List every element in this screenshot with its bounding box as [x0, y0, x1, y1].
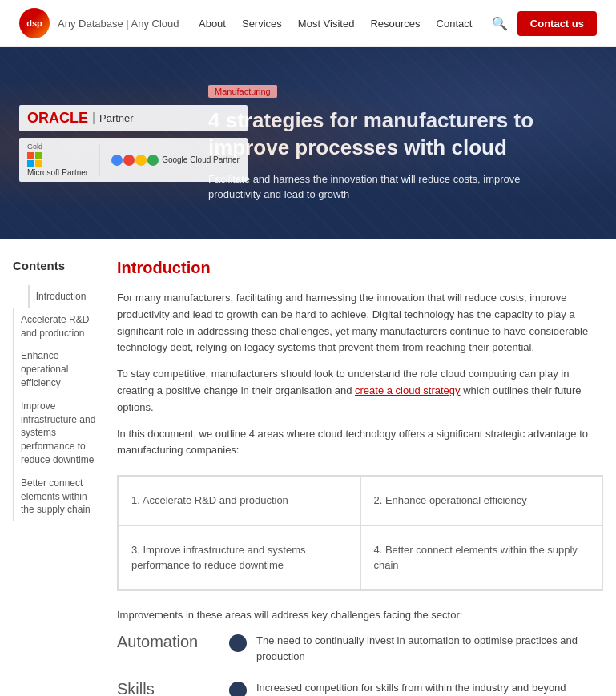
- logo-abbr: dsp: [26, 18, 42, 28]
- challenge-dot-skills: [229, 682, 247, 696]
- contact-button[interactable]: Contact us: [517, 11, 597, 36]
- ms-partner-label: Microsoft Partner: [27, 168, 88, 177]
- section-title: Introduction: [117, 259, 603, 277]
- challenge-label-skills: Skills: [117, 680, 229, 696]
- strategy-grid: 1. Accelerate R&D and production 2. Enha…: [117, 475, 603, 591]
- logo-icon: dsp: [19, 8, 50, 38]
- hero-subtitle: Facilitate and harness the innovation th…: [208, 171, 561, 203]
- sidebar-nav: Introduction Accelerate R&D and producti…: [13, 285, 101, 521]
- sidebar: Contents Introduction Accelerate R&D and…: [13, 259, 101, 696]
- sidebar-item-accelerate[interactable]: Accelerate R&D and production: [13, 308, 101, 345]
- main-content: Contents Introduction Accelerate R&D and…: [0, 239, 616, 696]
- nav-services[interactable]: Services: [242, 18, 282, 30]
- challenge-text-automation: The need to continually invest in automa…: [256, 633, 603, 664]
- strategy-card-2[interactable]: 2. Enhance operational efficiency: [360, 476, 603, 525]
- article: Introduction For many manufacturers, fac…: [117, 259, 603, 696]
- strategy-card-4[interactable]: 4. Better connect elements within the su…: [360, 525, 603, 590]
- sidebar-title: Contents: [13, 259, 101, 272]
- sidebar-item-introduction[interactable]: Introduction: [28, 285, 87, 308]
- challenge-label-automation: Automation: [117, 633, 229, 651]
- challenge-dot-automation: [229, 634, 247, 652]
- gcp-badge: Google Cloud Partner: [111, 155, 240, 166]
- main-nav: About Services Most Visited Resources Co…: [199, 18, 472, 30]
- intro-para3: In this document, we outline 4 areas whe…: [117, 426, 603, 460]
- ms-logo-grid: [27, 152, 88, 167]
- strategy-card-3[interactable]: 3. Improve infrastructure and systems pe…: [118, 525, 360, 590]
- intro-para1: For many manufacturers, facilitating and…: [117, 290, 603, 356]
- sidebar-item-connect[interactable]: Better connect elements within the suppl…: [13, 472, 101, 521]
- oracle-logo: ORACLE: [27, 110, 88, 127]
- site-header: dsp Any Database | Any Cloud About Servi…: [0, 0, 616, 47]
- nav-right: 🔍 Contact us: [492, 11, 597, 36]
- nav-contact[interactable]: Contact: [437, 18, 473, 30]
- sidebar-item-improve[interactable]: Improve infrastructure and systems perfo…: [13, 395, 101, 472]
- nav-about[interactable]: About: [199, 18, 226, 30]
- challenge-text-skills: Increased competition for skills from wi…: [256, 680, 603, 696]
- logo-text: Any Database | Any Cloud: [58, 18, 179, 30]
- sidebar-item-enhance[interactable]: Enhance operational efficiency: [13, 344, 101, 394]
- challenge-row-skills: Skills Increased competition for skills …: [117, 680, 603, 696]
- ms-gold-label: Gold: [27, 143, 88, 151]
- partner-logos: ORACLE Partner Gold Microsoft Partner: [19, 105, 248, 182]
- search-button[interactable]: 🔍: [492, 16, 508, 31]
- nav-most-visited[interactable]: Most Visited: [298, 18, 355, 30]
- nav-resources[interactable]: Resources: [370, 18, 420, 30]
- cloud-strategy-link[interactable]: create a cloud strategy: [355, 384, 461, 396]
- oracle-partner-badge: ORACLE Partner: [19, 105, 248, 131]
- strategy-card-1[interactable]: 1. Accelerate R&D and production: [118, 476, 360, 525]
- oracle-partner-label: Partner: [93, 112, 134, 124]
- logo-area: dsp Any Database | Any Cloud: [19, 8, 179, 38]
- hero-section: ORACLE Partner Gold Microsoft Partner: [0, 47, 616, 239]
- challenge-row-automation: Automation The need to continually inves…: [117, 633, 603, 664]
- challenges-intro: Improvements in these areas will address…: [117, 607, 603, 624]
- gcp-label: Google Cloud Partner: [162, 155, 240, 164]
- intro-para2: To stay competitive, manufacturers shoul…: [117, 366, 603, 416]
